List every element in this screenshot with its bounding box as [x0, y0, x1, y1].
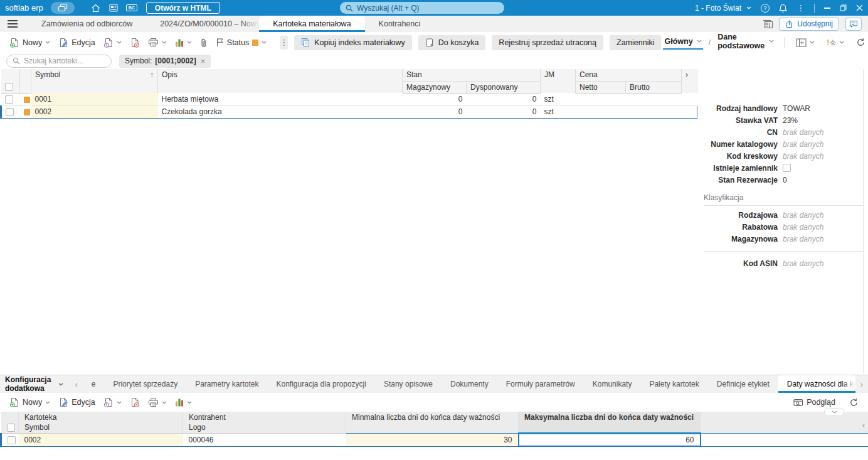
- tab-zamowienia-od-odbiorcow[interactable]: Zamówienia od odbiorców: [28, 16, 146, 32]
- toolbar-overflow-button[interactable]: ⋮: [280, 36, 288, 50]
- cell-netto[interactable]: [576, 105, 626, 118]
- restore-button[interactable]: [840, 4, 847, 11]
- substitute-exists-checkbox[interactable]: [783, 164, 791, 172]
- more-options-icon[interactable]: ⋮: [797, 3, 805, 13]
- row-checkbox[interactable]: [6, 108, 14, 116]
- bottom-analysis-button[interactable]: [172, 396, 195, 409]
- expand-columns-button[interactable]: ›: [682, 69, 697, 93]
- workspaces-button[interactable]: [51, 2, 75, 14]
- edit-button[interactable]: Edycja: [55, 36, 98, 50]
- preview-button[interactable]: Podgląd: [790, 396, 839, 409]
- bottom-tab-priorytet-sprzedazy[interactable]: Priorytet sprzedaży: [104, 375, 186, 393]
- close-button[interactable]: [856, 4, 863, 11]
- card-search-input[interactable]: Szukaj kartoteki...: [6, 55, 112, 68]
- minimize-button[interactable]: [824, 8, 830, 9]
- collapse-panel-button[interactable]: [793, 36, 818, 49]
- comment-button[interactable]: [845, 18, 862, 31]
- new-button[interactable]: Nowy: [6, 36, 53, 50]
- column-header-symbol[interactable]: Symbol: [19, 422, 183, 433]
- attachment-button[interactable]: [197, 36, 211, 50]
- bottom-tab-parametry-kartotek[interactable]: Parametry kartotek: [186, 375, 267, 393]
- bottom-delete-button[interactable]: [127, 395, 143, 409]
- view-secondary-selector[interactable]: Dane podstawowe: [716, 31, 775, 54]
- column-group-cena[interactable]: Cena: [576, 69, 682, 81]
- table-row-selected[interactable]: 0002 Czekolada gorzka 0 0 szt: [1, 105, 697, 118]
- select-all-checkbox[interactable]: [5, 83, 13, 91]
- select-all-cell[interactable]: [1, 81, 20, 93]
- column-header-min-days[interactable]: Minmalna liczba dni do końca daty ważnoś…: [346, 412, 519, 433]
- cell-min-days[interactable]: 30: [346, 433, 519, 446]
- panel-collapse-button[interactable]: [824, 408, 844, 416]
- cell-symbol[interactable]: 0001: [31, 93, 158, 105]
- table-row[interactable]: 0001 Herbata miętowa 0 0 szt: [1, 93, 697, 105]
- scrollbar-track[interactable]: [863, 69, 864, 373]
- select-all-checkbox[interactable]: [7, 424, 15, 432]
- bottom-refresh-button[interactable]: [846, 396, 862, 409]
- delete-button[interactable]: [127, 36, 143, 50]
- bottom-panel-collapse-icon[interactable]: ‹: [862, 420, 865, 430]
- cell-symbol[interactable]: 0002: [19, 433, 183, 446]
- tabs-scroll-right-button[interactable]: ›: [855, 380, 868, 389]
- column-header-kontrahent[interactable]: Kontrahent: [183, 412, 346, 422]
- column-header-dysponowany[interactable]: Dysponowany: [467, 81, 541, 93]
- menu-hamburger-icon[interactable]: [8, 20, 18, 28]
- analysis-button[interactable]: [172, 36, 195, 49]
- cell-magazynowy[interactable]: 0: [403, 105, 467, 118]
- cell-netto[interactable]: [576, 93, 626, 105]
- column-header-max-days[interactable]: Maksymalna liczba dni do końca daty ważn…: [519, 412, 701, 433]
- global-search-input[interactable]: Wyszukaj (Alt + Q): [340, 2, 504, 14]
- bottom-tab-daty-waznosci-active[interactable]: Daty ważności dla kontrahentów: [778, 375, 855, 393]
- column-header-kartoteka[interactable]: Kartoteka: [19, 412, 183, 422]
- share-button[interactable]: Udostępnij: [779, 18, 839, 31]
- chip-close-icon[interactable]: ×: [201, 56, 206, 66]
- tab-kontrahenci[interactable]: Kontrahenci: [365, 16, 435, 32]
- bottom-new-button[interactable]: Nowy: [6, 395, 53, 409]
- row-checkbox[interactable]: [8, 436, 16, 444]
- bottom-tab-dokumenty[interactable]: Dokumenty: [442, 375, 497, 393]
- bottom-tab-stany-opisowe[interactable]: Stany opisowe: [375, 375, 442, 393]
- refresh-button[interactable]: [853, 36, 868, 49]
- bottom-tab-definicje-etykiet[interactable]: Definicje etykiet: [708, 375, 778, 393]
- column-header-logo[interactable]: Logo: [183, 422, 346, 433]
- tabs-scroll-left-button[interactable]: ‹: [70, 380, 82, 389]
- tab-document-2024-zo[interactable]: 2024/ZO/M0/000010 – Nowy – Zamó: [146, 16, 259, 32]
- column-header-netto[interactable]: Netto: [576, 81, 626, 93]
- cell-magazynowy[interactable]: 0: [403, 93, 467, 105]
- column-header-opis[interactable]: Opis: [158, 69, 403, 93]
- print-button[interactable]: [145, 36, 170, 49]
- alerts-settings-button[interactable]: !: [823, 38, 847, 48]
- bottom-tab-formuly-parametrow[interactable]: Formuły parametrów: [497, 375, 584, 393]
- copy-index-button[interactable]: Kopiuj indeks materiałowy: [294, 35, 412, 50]
- cell-opis[interactable]: Czekolada gorzka: [158, 105, 403, 118]
- bc-icon[interactable]: BC: [126, 4, 137, 11]
- cell-dysponowany[interactable]: 0: [467, 93, 541, 105]
- cell-dysponowany[interactable]: 0: [467, 105, 541, 118]
- column-header-magazynowy[interactable]: Magazynowy: [403, 81, 467, 93]
- row-checkbox[interactable]: [5, 95, 13, 104]
- document-info-button[interactable]: [100, 36, 125, 50]
- column-header-jm[interactable]: JM: [541, 69, 576, 93]
- bottom-print-button[interactable]: [145, 396, 170, 409]
- bottom-tab-komunikaty[interactable]: Komunikaty: [584, 375, 641, 393]
- cell-max-days-editing[interactable]: 60: [519, 433, 701, 446]
- cell-brutto[interactable]: [626, 93, 682, 105]
- status-button[interactable]: Status: [213, 36, 270, 49]
- notifications-bell-icon[interactable]: [779, 4, 787, 13]
- select-all-cell[interactable]: [1, 422, 19, 433]
- open-html-button[interactable]: Otwórz w HTML: [146, 2, 220, 14]
- cell-symbol[interactable]: 0002: [31, 105, 158, 118]
- news-icon[interactable]: [105, 2, 122, 14]
- column-header-symbol[interactable]: ↑Symbol: [31, 69, 158, 93]
- company-selector[interactable]: 1 - Foto Świat: [695, 4, 751, 13]
- register-lost-sale-button[interactable]: Rejestruj sprzedaż utraconą: [492, 35, 603, 50]
- bottom-tab-truncated[interactable]: e: [83, 375, 105, 393]
- bottom-edit-button[interactable]: Edycja: [55, 395, 98, 409]
- bottom-tab-palety-kartotek[interactable]: Palety kartotek: [640, 375, 707, 393]
- home-icon[interactable]: [87, 2, 105, 14]
- cell-jm[interactable]: szt: [541, 93, 576, 105]
- column-group-stan[interactable]: Stan: [403, 69, 541, 81]
- cell-opis[interactable]: Herbata miętowa: [158, 93, 403, 105]
- add-to-basket-button[interactable]: Do koszyka: [418, 35, 486, 50]
- bottom-tab-konfiguracja-dla-propozycji[interactable]: Konfiguracja dla propozycji: [268, 375, 375, 393]
- filter-chip-symbol[interactable]: Symbol: [0001;0002] ×: [119, 55, 211, 68]
